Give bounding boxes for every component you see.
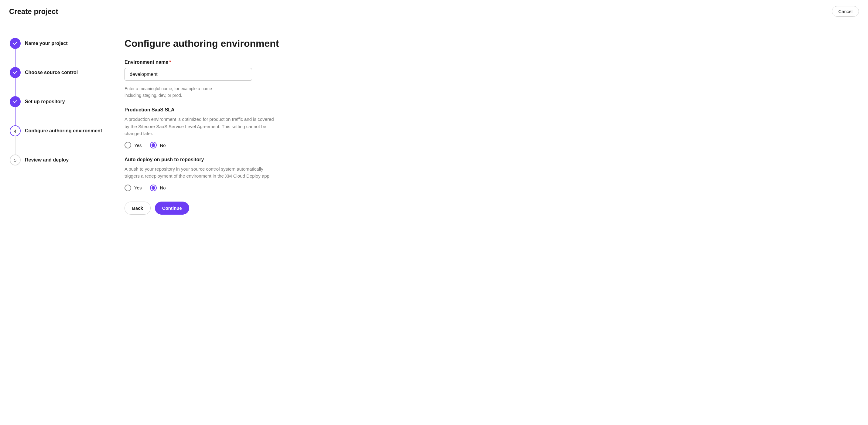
cancel-button[interactable]: Cancel	[832, 6, 859, 17]
environment-name-input[interactable]	[125, 68, 252, 81]
page-title: Create project	[9, 7, 58, 16]
sla-radio-group: Yes No	[125, 142, 404, 149]
form-main: Configure authoring environment Environm…	[125, 38, 404, 215]
radio-icon	[125, 142, 131, 149]
step-connector	[15, 136, 16, 155]
sla-description: A production environment is optimized fo…	[125, 116, 276, 137]
step-number-icon: 4	[10, 125, 21, 136]
step-source-control[interactable]: Choose source control	[10, 67, 125, 78]
environment-name-label: Environment name*	[125, 60, 404, 65]
radio-icon	[150, 185, 157, 191]
sla-radio-no[interactable]: No	[150, 142, 165, 149]
radio-label: No	[160, 185, 165, 190]
step-label: Set up repository	[25, 99, 65, 104]
autodeploy-description: A push to your repository in your source…	[125, 165, 276, 180]
radio-icon	[150, 142, 157, 149]
autodeploy-radio-yes[interactable]: Yes	[125, 185, 142, 191]
required-asterisk: *	[169, 60, 171, 65]
checkmark-icon	[10, 96, 21, 107]
step-label: Choose source control	[25, 70, 78, 75]
step-number-icon: 5	[10, 155, 21, 165]
wizard-stepper: Name your project Choose source control …	[9, 38, 125, 165]
autodeploy-label: Auto deploy on push to repository	[125, 157, 404, 162]
step-label: Review and deploy	[25, 157, 69, 163]
step-name-project[interactable]: Name your project	[10, 38, 125, 49]
step-setup-repository[interactable]: Set up repository	[10, 96, 125, 107]
step-configure-env[interactable]: 4 Configure authoring environment	[10, 125, 125, 136]
sla-radio-yes[interactable]: Yes	[125, 142, 142, 149]
radio-label: Yes	[134, 143, 142, 148]
radio-label: Yes	[134, 185, 142, 190]
radio-icon	[125, 185, 131, 191]
autodeploy-field: Auto deploy on push to repository A push…	[125, 157, 404, 191]
page-header: Create project Cancel	[9, 6, 859, 17]
environment-name-helper: Enter a meaningful name, for example a n…	[125, 86, 213, 99]
sla-field: Production SaaS SLA A production environ…	[125, 107, 404, 149]
step-review-deploy[interactable]: 5 Review and deploy	[10, 155, 125, 165]
radio-label: No	[160, 143, 165, 148]
checkmark-icon	[10, 38, 21, 49]
step-connector	[15, 49, 16, 67]
form-title: Configure authoring environment	[125, 38, 404, 49]
environment-name-field: Environment name* Enter a meaningful nam…	[125, 60, 404, 99]
step-label: Name your project	[25, 41, 67, 46]
sla-label: Production SaaS SLA	[125, 107, 404, 112]
back-button[interactable]: Back	[125, 202, 151, 215]
step-label: Configure authoring environment	[25, 128, 102, 134]
checkmark-icon	[10, 67, 21, 78]
step-connector	[15, 107, 16, 125]
autodeploy-radio-no[interactable]: No	[150, 185, 165, 191]
continue-button[interactable]: Continue	[155, 202, 189, 215]
step-connector	[15, 78, 16, 96]
autodeploy-radio-group: Yes No	[125, 185, 404, 191]
form-actions: Back Continue	[125, 202, 404, 215]
